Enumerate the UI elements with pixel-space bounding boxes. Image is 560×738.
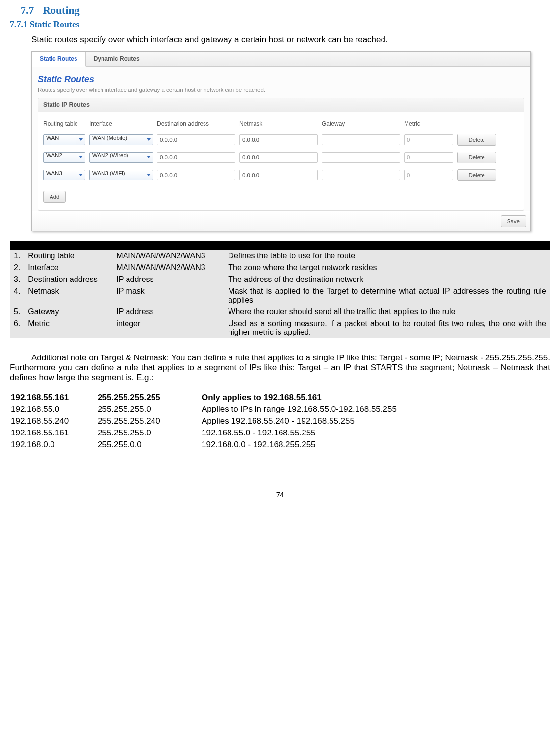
ref-field: Gateway [24,306,112,318]
page-number: 74 [10,490,550,509]
ref-field: Netmask [24,285,112,306]
example-desc: Only applies to 192.168.55.161 [202,392,397,403]
ref-explanation: Where the router should send all the tra… [224,306,550,318]
example-mask: 255.255.0.0 [98,439,201,450]
tab-bar: Static Routes Dynamic Routes [32,52,530,67]
routing-table-select[interactable]: WAN [43,134,85,145]
example-desc: 192.168.55.0 - 192.168.55.255 [202,428,397,438]
ref-num: 2. [10,262,24,274]
example-ip: 192.168.55.161 [11,392,97,403]
ref-field: Destination address [24,274,112,285]
table-row: 6.MetricintegerUsed as a sorting measure… [10,318,550,338]
gateway-input[interactable] [322,134,400,145]
ref-field: Routing table [24,250,112,262]
routing-table-select[interactable]: WAN3 [43,170,85,180]
netmask-input[interactable] [239,170,318,180]
example-mask: 255.255.255.255 [98,392,201,403]
ref-field: Interface [24,262,112,274]
interface-select[interactable]: WAN2 (Wired) [89,152,153,163]
gateway-input[interactable] [322,152,400,163]
ref-sample: MAIN/WAN/WAN2/WAN3 [112,262,224,274]
example-ip: 192.168.55.161 [11,428,97,438]
screenshot-title: Static Routes [38,75,524,85]
heading-1-number: 7.7 [21,4,34,16]
col-destination: Destination address [157,120,235,127]
table-row: 1.Routing tableMAIN/WAN/WAN2/WAN3Defines… [10,250,550,262]
example-ip: 192.168.55.240 [11,416,97,427]
example-mask: 255.255.255.240 [98,416,201,427]
additional-note: Additional note on Target & Netmask: You… [10,353,550,382]
example-row: 192.168.0.0255.255.0.0192.168.0.0 - 192.… [11,439,397,450]
route-row: WAN2WAN2 (Wired)Delete [38,149,524,166]
heading-1-text: Routing [43,4,80,16]
ref-sample: IP mask [112,285,224,306]
col-gateway: Gateway [322,120,400,127]
netmask-input[interactable] [239,134,318,145]
col-interface: Interface [89,120,153,127]
ref-explanation: The zone where the target network reside… [224,262,550,274]
routing-table-select[interactable]: WAN2 [43,152,85,163]
intro-paragraph: Static routes specify over which interfa… [31,35,550,45]
save-button[interactable]: Save [501,215,526,227]
metric-input[interactable] [404,134,453,145]
interface-select[interactable]: WAN3 (WiFi) [89,170,153,180]
fieldset-legend: Static IP Routes [38,98,524,112]
example-mask: 255.255.255.0 [98,428,201,438]
delete-button[interactable]: Delete [457,152,496,163]
example-ip: 192.168.55.0 [11,404,97,415]
ref-num: 5. [10,306,24,318]
example-mask: 255.255.255.0 [98,404,201,415]
delete-button[interactable]: Delete [457,169,496,181]
static-ip-routes-fieldset: Static IP Routes Routing table Interface… [38,98,524,211]
destination-input[interactable] [157,170,235,180]
ref-explanation: Used as a sorting measure. If a packet a… [224,318,550,338]
col-routing-table: Routing table [43,120,85,127]
example-row: 192.168.55.161255.255.255.0192.168.55.0 … [11,428,397,438]
delete-button[interactable]: Delete [457,134,496,146]
tab-static-routes[interactable]: Static Routes [32,52,86,67]
table-row: 2.InterfaceMAIN/WAN/WAN2/WAN3The zone wh… [10,262,550,274]
ref-num: 3. [10,274,24,285]
interface-select[interactable]: WAN (Mobile) [89,134,153,145]
ref-num: 1. [10,250,24,262]
ref-sample: IP address [112,274,224,285]
ref-sample: integer [112,318,224,338]
col-metric: Metric [404,120,453,127]
ref-num: 6. [10,318,24,338]
route-row: WAN3WAN3 (WiFi)Delete [38,166,524,184]
gateway-input[interactable] [322,170,400,180]
heading-1: 7.7 Routing [21,4,550,17]
example-desc: 192.168.0.0 - 192.168.255.255 [202,439,397,450]
reference-table: 1.Routing tableMAIN/WAN/WAN2/WAN3Defines… [10,241,550,338]
ref-num: 4. [10,285,24,306]
tab-dynamic-routes[interactable]: Dynamic Routes [86,52,148,66]
examples-table: 192.168.55.161255.255.255.255Only applie… [10,391,398,451]
example-ip: 192.168.0.0 [11,439,97,450]
ref-sample: IP address [112,306,224,318]
netmask-input[interactable] [239,152,318,163]
screenshot-panel: Static Routes Dynamic Routes Static Rout… [31,51,531,231]
screenshot-desc: Routes specify over which interface and … [38,87,524,93]
heading-2: 7.7.1 Static Routes [10,20,550,30]
ref-explanation: Defines the table to use for the route [224,250,550,262]
metric-input[interactable] [404,152,453,163]
col-netmask: Netmask [239,120,318,127]
add-button[interactable]: Add [43,191,66,203]
example-desc: Applies 192.168.55.240 - 192.168.55.255 [202,416,397,427]
route-row: WANWAN (Mobile)Delete [38,131,524,149]
ref-sample: MAIN/WAN/WAN2/WAN3 [112,250,224,262]
table-row: 3.Destination addressIP addressThe addre… [10,274,550,285]
metric-input[interactable] [404,170,453,180]
table-row: 5.GatewayIP addressWhere the router shou… [10,306,550,318]
ref-field: Metric [24,318,112,338]
example-row: 192.168.55.161255.255.255.255Only applie… [11,392,397,403]
ref-explanation: Mask that is applied to the Target to de… [224,285,550,306]
example-row: 192.168.55.240255.255.255.240Applies 192… [11,416,397,427]
ref-explanation: The address of the destination network [224,274,550,285]
example-row: 192.168.55.0255.255.255.0Applies to IPs … [11,404,397,415]
destination-input[interactable] [157,134,235,145]
destination-input[interactable] [157,152,235,163]
example-desc: Applies to IPs in range 192.168.55.0-192… [202,404,397,415]
route-header-row: Routing table Interface Destination addr… [38,112,524,131]
table-row: 4.NetmaskIP maskMask that is applied to … [10,285,550,306]
